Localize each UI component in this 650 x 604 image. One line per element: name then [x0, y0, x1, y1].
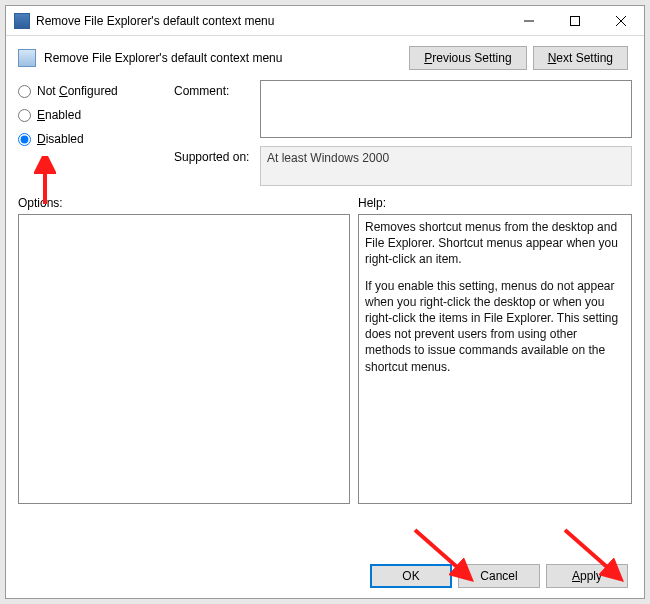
svg-rect-1 — [571, 16, 580, 25]
maximize-button[interactable] — [552, 6, 598, 36]
policy-title: Remove File Explorer's default context m… — [44, 51, 403, 65]
radio-disabled-input[interactable] — [18, 133, 31, 146]
radio-disabled-label: Disabled — [37, 132, 84, 146]
cancel-button[interactable]: Cancel — [458, 564, 540, 588]
supported-on-value: At least Windows 2000 — [260, 146, 632, 186]
radio-enabled-label: Enabled — [37, 108, 81, 122]
help-label: Help: — [358, 196, 386, 210]
svg-line-3 — [616, 16, 626, 26]
window-title: Remove File Explorer's default context m… — [36, 14, 506, 28]
comment-field[interactable] — [260, 80, 632, 138]
comment-label: Comment: — [174, 80, 254, 138]
svg-line-2 — [616, 16, 626, 26]
radio-disabled[interactable]: Disabled — [18, 132, 168, 146]
app-icon — [14, 13, 30, 29]
close-button[interactable] — [598, 6, 644, 36]
help-paragraph: Removes shortcut menus from the desktop … — [365, 219, 625, 268]
policy-dialog: Remove File Explorer's default context m… — [5, 5, 645, 599]
titlebar: Remove File Explorer's default context m… — [6, 6, 644, 36]
help-pane[interactable]: Removes shortcut menus from the desktop … — [358, 214, 632, 504]
radio-enabled-input[interactable] — [18, 109, 31, 122]
previous-setting-button[interactable]: Previous Setting — [409, 46, 526, 70]
ok-button[interactable]: OK — [370, 564, 452, 588]
next-setting-button[interactable]: Next Setting — [533, 46, 628, 70]
minimize-button[interactable] — [506, 6, 552, 36]
radio-not-configured[interactable]: Not Configured — [18, 84, 168, 98]
options-pane[interactable] — [18, 214, 350, 504]
apply-button[interactable]: Apply — [546, 564, 628, 588]
radio-enabled[interactable]: Enabled — [18, 108, 168, 122]
policy-icon — [18, 49, 36, 67]
supported-on-label: Supported on: — [174, 146, 254, 186]
radio-not-configured-label: Not Configured — [37, 84, 118, 98]
help-paragraph: If you enable this setting, menus do not… — [365, 278, 625, 375]
state-radiogroup: Not Configured Enabled Disabled — [18, 80, 168, 186]
options-label: Options: — [18, 196, 358, 210]
radio-not-configured-input[interactable] — [18, 85, 31, 98]
